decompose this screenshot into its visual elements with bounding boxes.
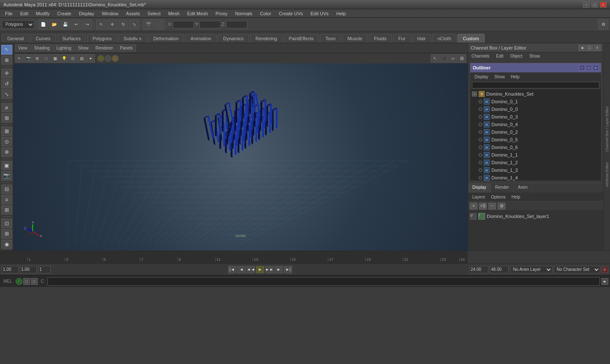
list-item[interactable]: M Domino_0_0 — [470, 105, 601, 113]
vp-show-menu[interactable]: Show — [75, 44, 92, 52]
layer-options-menu[interactable]: Options — [488, 194, 508, 200]
move-tool-btn[interactable]: ✛ — [1, 69, 12, 78]
tab-animation[interactable]: Animation — [185, 34, 217, 43]
list-item[interactable]: M Domino_1_3 — [470, 166, 601, 174]
mel-submit-btn[interactable]: ► — [602, 278, 608, 285]
tree-item-set[interactable]: − S Domino_Knuckles_Set — [470, 90, 601, 98]
cb-close-btn[interactable]: × — [594, 45, 601, 51]
vp-icon-shadow[interactable]: ▤ — [78, 54, 86, 63]
layer-visibility-btn[interactable]: V — [470, 213, 477, 220]
outliner-search-input[interactable] — [472, 82, 599, 88]
anim-layer-select[interactable]: No Anim Layer — [510, 266, 552, 273]
range-end-input[interactable] — [469, 266, 488, 273]
vp-icon-wire[interactable]: □ — [42, 54, 50, 63]
ipr-btn[interactable]: 🎥 — [154, 19, 164, 30]
menu-color[interactable]: Color — [257, 10, 274, 17]
camera-btn[interactable]: 📷 — [1, 171, 12, 181]
render-region-btn[interactable]: ▣ — [1, 161, 12, 171]
new-scene-btn[interactable]: 📄 — [38, 19, 48, 30]
menu-edit-mesh[interactable]: Edit Mesh — [184, 10, 211, 17]
layer-layers-menu[interactable]: Layers — [470, 194, 488, 200]
tab-curves[interactable]: Curves — [30, 34, 56, 43]
menu-create-uvs[interactable]: Create UVs — [275, 10, 306, 17]
tree-expand-btn[interactable]: − — [472, 91, 477, 97]
menu-window[interactable]: Window — [98, 10, 122, 17]
menu-assets[interactable]: Assets — [122, 10, 143, 17]
scale-btn[interactable]: ⤡ — [129, 19, 139, 30]
list-item[interactable]: M Domino_0_5 — [470, 136, 601, 143]
x-input[interactable] — [173, 21, 194, 28]
move-btn[interactable]: ✛ — [107, 19, 117, 30]
menu-select[interactable]: Select — [144, 10, 164, 17]
paint-select-btn[interactable]: ⊕ — [1, 55, 12, 65]
channel-btn[interactable]: ≡ — [1, 195, 12, 204]
vp-icon-sphere3[interactable] — [112, 55, 119, 62]
next-key-btn[interactable]: ►| — [284, 266, 292, 273]
delete-layer-btn[interactable]: − — [488, 203, 496, 210]
mel-icon2[interactable]: □ — [31, 278, 38, 285]
vp-icon-sphere2[interactable] — [105, 55, 111, 62]
render-btn[interactable]: 🎬 — [143, 19, 153, 30]
vp-icon-cube[interactable]: ⬛ — [440, 54, 448, 63]
settings-btn[interactable]: ⚙ — [598, 19, 608, 30]
menu-proxy[interactable]: Proxy — [212, 10, 231, 17]
layer-help-menu[interactable]: Help — [509, 194, 523, 200]
snap-grid-btn[interactable]: ⊠ — [1, 127, 12, 136]
next-frame-btn[interactable]: ► — [274, 266, 283, 273]
cb-float-btn[interactable]: □ — [586, 45, 593, 51]
vp-icon-sphere1[interactable] — [97, 55, 104, 62]
vp-icon-grid[interactable]: ⊞ — [33, 54, 42, 63]
tab-toon[interactable]: Toon — [320, 34, 341, 43]
frame-number-input[interactable] — [38, 266, 51, 273]
list-item[interactable]: M Domino_0_4 — [470, 121, 601, 128]
vp-icon-ao[interactable]: ● — [86, 54, 95, 63]
vp-icon-link[interactable]: ⛓ — [458, 54, 466, 63]
menu-edit[interactable]: Edit — [17, 10, 32, 17]
new-layer-btn[interactable]: + — [470, 203, 477, 210]
vp-shading-menu[interactable]: Shading — [31, 44, 53, 52]
scene-canvas[interactable] — [14, 63, 468, 251]
play-btn[interactable]: ► — [256, 266, 264, 273]
list-item[interactable]: M Domino_0_2 — [470, 128, 601, 136]
vp-icon-plane[interactable]: ▭ — [449, 54, 457, 63]
timeline-ruler[interactable]: 135791113151719212324 — [0, 251, 468, 263]
layer-settings-btn[interactable]: ⚙ — [498, 203, 505, 210]
z-input[interactable] — [226, 21, 247, 28]
rotate-btn[interactable]: ↻ — [118, 19, 128, 30]
cb-object-tab[interactable]: Object — [507, 52, 526, 61]
list-item[interactable]: M Domino_0_1 — [470, 98, 601, 105]
char-set-select[interactable]: No Character Set — [554, 266, 600, 273]
show-manip-btn[interactable]: ⊞ — [1, 113, 12, 123]
scale-tool-btn[interactable]: ⤡ — [1, 89, 12, 99]
vp-icon-camera[interactable]: 📷 — [24, 54, 33, 63]
auto-key-btn[interactable]: K — [602, 266, 608, 273]
menu-modify[interactable]: Modify — [33, 10, 53, 17]
menu-create[interactable]: Create — [54, 10, 75, 17]
vp-icon-smooth[interactable]: ▦ — [51, 54, 59, 63]
y-input[interactable] — [200, 21, 221, 28]
misc-btn2[interactable]: ⊞ — [1, 229, 12, 239]
soft-select-btn[interactable]: ⌀ — [1, 103, 12, 113]
list-item[interactable]: M Domino_0_6 — [470, 143, 601, 151]
save-btn[interactable]: 💾 — [60, 19, 70, 30]
back-play-btn[interactable]: ◄◄ — [247, 266, 255, 273]
rotate-tool-btn[interactable]: ↺ — [1, 79, 12, 89]
mel-command-input[interactable] — [47, 277, 600, 286]
prev-frame-btn[interactable]: ◄ — [237, 266, 246, 273]
tab-fluids[interactable]: Fluids — [369, 34, 392, 43]
vp-view-menu[interactable]: View — [15, 44, 30, 52]
tab-painteffects[interactable]: PaintEffects — [283, 34, 319, 43]
vp-icon-select[interactable]: ↖ — [15, 54, 24, 63]
tab-ncloth[interactable]: nCloth — [432, 34, 457, 43]
layer-btn[interactable]: ⊟ — [1, 185, 12, 194]
vp-lighting-menu[interactable]: Lighting — [53, 44, 74, 52]
vp-icon-tex[interactable]: ⊡ — [69, 54, 77, 63]
layer-tab-anim[interactable]: Anim — [514, 183, 532, 193]
layer-type-btn[interactable]: / — [478, 213, 485, 220]
list-item[interactable]: M Domino_1_1 — [470, 151, 601, 159]
tab-fur[interactable]: Fur — [393, 34, 411, 43]
select-tool-btn[interactable]: ↖ — [1, 45, 12, 55]
list-item[interactable]: M Domino_1_2 — [470, 159, 601, 166]
tab-general[interactable]: General — [2, 34, 29, 43]
minimize-button[interactable]: − — [583, 2, 590, 8]
